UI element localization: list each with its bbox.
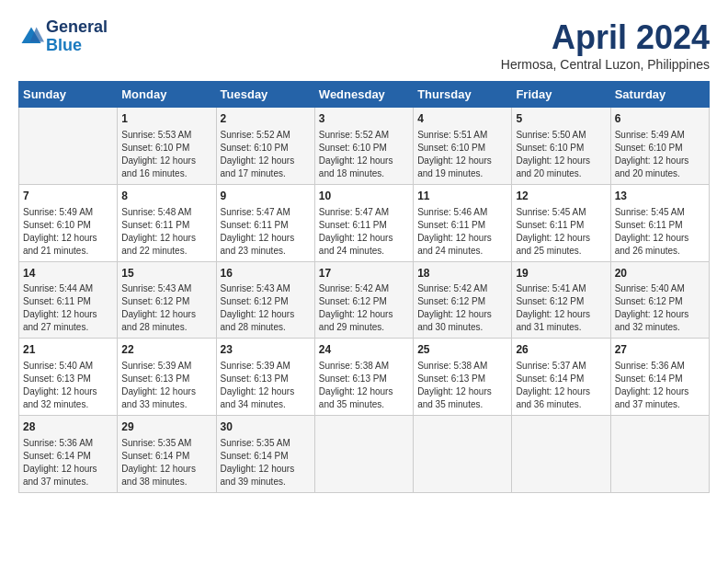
table-row: 4Sunrise: 5:51 AM Sunset: 6:10 PM Daylig… (414, 108, 512, 185)
day-number: 21 (23, 342, 113, 358)
day-number: 4 (417, 111, 507, 127)
table-row: 14Sunrise: 5:44 AM Sunset: 6:11 PM Dayli… (19, 261, 118, 339)
calendar-row: 1Sunrise: 5:53 AM Sunset: 6:10 PM Daylig… (19, 108, 710, 185)
day-number: 18 (417, 266, 507, 282)
table-row: 11Sunrise: 5:46 AM Sunset: 6:11 PM Dayli… (414, 184, 512, 261)
day-info: Sunrise: 5:35 AM Sunset: 6:14 PM Dayligh… (221, 437, 311, 488)
day-number: 30 (221, 419, 311, 435)
day-info: Sunrise: 5:38 AM Sunset: 6:13 PM Dayligh… (319, 360, 409, 411)
logo-icon (18, 24, 44, 50)
page-header: General Blue April 2024 Hermosa, Central… (18, 18, 710, 72)
day-info: Sunrise: 5:52 AM Sunset: 6:10 PM Dayligh… (221, 129, 311, 180)
table-row: 27Sunrise: 5:36 AM Sunset: 6:14 PM Dayli… (610, 339, 709, 416)
table-row: 8Sunrise: 5:48 AM Sunset: 6:11 PM Daylig… (118, 184, 216, 261)
day-number: 28 (23, 419, 113, 435)
day-info: Sunrise: 5:36 AM Sunset: 6:14 PM Dayligh… (23, 437, 113, 488)
table-row: 21Sunrise: 5:40 AM Sunset: 6:13 PM Dayli… (19, 339, 118, 416)
day-number: 7 (23, 189, 113, 204)
logo-blue: Blue (46, 37, 108, 55)
title-section: April 2024 Hermosa, Central Luzon, Phili… (501, 18, 710, 72)
col-saturday: Saturday (610, 82, 709, 108)
table-row: 1Sunrise: 5:53 AM Sunset: 6:10 PM Daylig… (118, 108, 216, 185)
day-info: Sunrise: 5:45 AM Sunset: 6:11 PM Dayligh… (516, 206, 606, 258)
day-info: Sunrise: 5:47 AM Sunset: 6:11 PM Dayligh… (319, 206, 409, 258)
day-number: 17 (319, 266, 409, 282)
day-number: 9 (221, 189, 311, 204)
table-row: 16Sunrise: 5:43 AM Sunset: 6:12 PM Dayli… (216, 261, 314, 339)
day-info: Sunrise: 5:49 AM Sunset: 6:10 PM Dayligh… (615, 129, 705, 180)
day-number: 29 (121, 419, 211, 435)
day-info: Sunrise: 5:43 AM Sunset: 6:12 PM Dayligh… (121, 282, 211, 334)
day-info: Sunrise: 5:53 AM Sunset: 6:10 PM Dayligh… (121, 129, 211, 180)
table-row (610, 416, 709, 493)
col-wednesday: Wednesday (314, 82, 413, 108)
table-row: 13Sunrise: 5:45 AM Sunset: 6:11 PM Dayli… (610, 184, 709, 261)
day-info: Sunrise: 5:37 AM Sunset: 6:14 PM Dayligh… (516, 360, 606, 411)
table-row (512, 416, 610, 493)
table-row: 30Sunrise: 5:35 AM Sunset: 6:14 PM Dayli… (216, 416, 314, 493)
day-info: Sunrise: 5:35 AM Sunset: 6:14 PM Dayligh… (121, 437, 211, 488)
calendar-header: Sunday Monday Tuesday Wednesday Thursday… (19, 82, 710, 108)
table-row: 22Sunrise: 5:39 AM Sunset: 6:13 PM Dayli… (118, 339, 216, 416)
col-sunday: Sunday (19, 82, 118, 108)
col-monday: Monday (118, 82, 216, 108)
table-row: 20Sunrise: 5:40 AM Sunset: 6:12 PM Dayli… (610, 261, 709, 339)
table-row: 3Sunrise: 5:52 AM Sunset: 6:10 PM Daylig… (314, 108, 413, 185)
day-info: Sunrise: 5:51 AM Sunset: 6:10 PM Dayligh… (417, 129, 507, 180)
day-number: 20 (615, 266, 705, 282)
col-friday: Friday (512, 82, 610, 108)
table-row (314, 416, 413, 493)
day-number: 10 (319, 189, 409, 204)
table-row: 29Sunrise: 5:35 AM Sunset: 6:14 PM Dayli… (118, 416, 216, 493)
day-info: Sunrise: 5:48 AM Sunset: 6:11 PM Dayligh… (121, 206, 211, 258)
day-info: Sunrise: 5:43 AM Sunset: 6:12 PM Dayligh… (221, 282, 311, 334)
day-number: 2 (221, 111, 311, 127)
day-info: Sunrise: 5:41 AM Sunset: 6:12 PM Dayligh… (516, 282, 606, 334)
day-number: 1 (121, 111, 211, 127)
logo-general: General (46, 18, 108, 37)
day-number: 6 (615, 111, 705, 127)
header-row: Sunday Monday Tuesday Wednesday Thursday… (19, 82, 710, 108)
table-row: 24Sunrise: 5:38 AM Sunset: 6:13 PM Dayli… (314, 339, 413, 416)
table-row (19, 108, 118, 185)
calendar-body: 1Sunrise: 5:53 AM Sunset: 6:10 PM Daylig… (19, 108, 710, 493)
calendar-row: 14Sunrise: 5:44 AM Sunset: 6:11 PM Dayli… (19, 261, 710, 339)
day-number: 16 (221, 266, 311, 282)
calendar-row: 21Sunrise: 5:40 AM Sunset: 6:13 PM Dayli… (19, 339, 710, 416)
day-number: 8 (121, 189, 211, 204)
day-number: 23 (221, 342, 311, 358)
location: Hermosa, Central Luzon, Philippines (501, 57, 710, 72)
table-row: 25Sunrise: 5:38 AM Sunset: 6:13 PM Dayli… (414, 339, 512, 416)
table-row: 7Sunrise: 5:49 AM Sunset: 6:10 PM Daylig… (19, 184, 118, 261)
table-row: 10Sunrise: 5:47 AM Sunset: 6:11 PM Dayli… (314, 184, 413, 261)
day-info: Sunrise: 5:46 AM Sunset: 6:11 PM Dayligh… (417, 206, 507, 258)
month-title: April 2024 (501, 18, 710, 57)
col-tuesday: Tuesday (216, 82, 314, 108)
table-row: 23Sunrise: 5:39 AM Sunset: 6:13 PM Dayli… (216, 339, 314, 416)
day-number: 5 (516, 111, 606, 127)
day-number: 26 (516, 342, 606, 358)
day-number: 15 (121, 266, 211, 282)
day-info: Sunrise: 5:39 AM Sunset: 6:13 PM Dayligh… (121, 360, 211, 411)
table-row: 28Sunrise: 5:36 AM Sunset: 6:14 PM Dayli… (19, 416, 118, 493)
table-row: 5Sunrise: 5:50 AM Sunset: 6:10 PM Daylig… (512, 108, 610, 185)
day-info: Sunrise: 5:42 AM Sunset: 6:12 PM Dayligh… (417, 282, 507, 334)
day-number: 11 (417, 189, 507, 204)
table-row: 12Sunrise: 5:45 AM Sunset: 6:11 PM Dayli… (512, 184, 610, 261)
day-number: 19 (516, 266, 606, 282)
table-row: 15Sunrise: 5:43 AM Sunset: 6:12 PM Dayli… (118, 261, 216, 339)
table-row: 6Sunrise: 5:49 AM Sunset: 6:10 PM Daylig… (610, 108, 709, 185)
table-row (414, 416, 512, 493)
table-row: 17Sunrise: 5:42 AM Sunset: 6:12 PM Dayli… (314, 261, 413, 339)
table-row: 19Sunrise: 5:41 AM Sunset: 6:12 PM Dayli… (512, 261, 610, 339)
day-info: Sunrise: 5:39 AM Sunset: 6:13 PM Dayligh… (221, 360, 311, 411)
day-number: 24 (319, 342, 409, 358)
day-info: Sunrise: 5:50 AM Sunset: 6:10 PM Dayligh… (516, 129, 606, 180)
calendar-table: Sunday Monday Tuesday Wednesday Thursday… (18, 81, 710, 493)
table-row: 18Sunrise: 5:42 AM Sunset: 6:12 PM Dayli… (414, 261, 512, 339)
day-info: Sunrise: 5:40 AM Sunset: 6:12 PM Dayligh… (615, 282, 705, 334)
table-row: 26Sunrise: 5:37 AM Sunset: 6:14 PM Dayli… (512, 339, 610, 416)
calendar-row: 28Sunrise: 5:36 AM Sunset: 6:14 PM Dayli… (19, 416, 710, 493)
day-info: Sunrise: 5:52 AM Sunset: 6:10 PM Dayligh… (319, 129, 409, 180)
day-number: 13 (615, 189, 705, 204)
